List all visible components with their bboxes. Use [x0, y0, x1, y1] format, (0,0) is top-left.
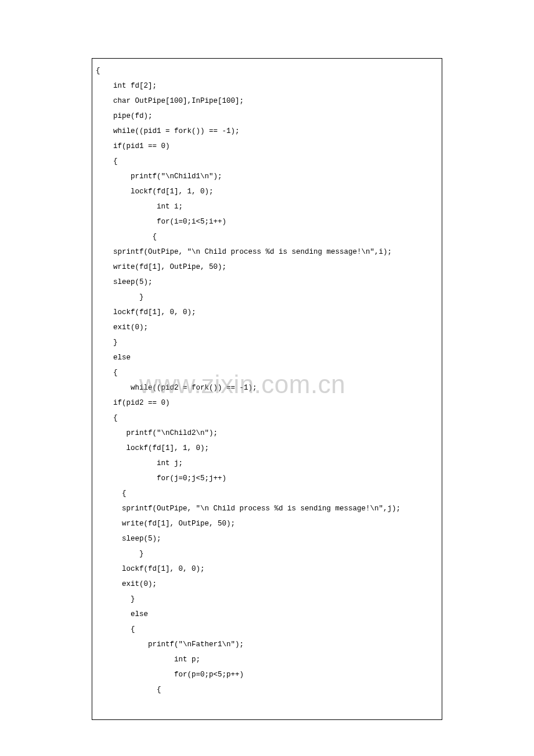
- code-line: {: [96, 682, 438, 697]
- code-line: exit(0);: [96, 577, 438, 592]
- code-line: lockf(fd[1], 0, 0);: [96, 561, 438, 577]
- code-line: {: [96, 411, 438, 426]
- code-line: lockf(fd[1], 0, 0);: [96, 305, 438, 320]
- code-line: lockf(fd[1], 1, 0);: [96, 184, 438, 199]
- code-line: }: [96, 335, 438, 350]
- code-line: sprintf(OutPipe, "\n Child process %d is…: [96, 244, 438, 260]
- code-line: printf("\nChild1\n");: [96, 169, 438, 184]
- code-line: }: [96, 290, 438, 305]
- code-line: while((pid1 = fork()) == -1);: [96, 124, 438, 139]
- code-line: }: [96, 592, 438, 607]
- code-line: {: [96, 229, 438, 244]
- code-line: int p;: [96, 652, 438, 667]
- code-line: for(i=0;i<5;i++): [96, 214, 438, 229]
- code-line: {: [96, 63, 438, 78]
- code-line: {: [96, 365, 438, 380]
- code-line: {: [96, 622, 438, 637]
- code-line: lockf(fd[1], 1, 0);: [96, 441, 438, 456]
- code-line: if(pid1 == 0): [96, 139, 438, 154]
- code-line: {: [96, 154, 438, 169]
- code-line: {: [96, 486, 438, 501]
- code-line: exit(0);: [96, 320, 438, 335]
- code-line: write(fd[1], OutPipe, 50);: [96, 516, 438, 531]
- code-line: sprintf(OutPipe, "\n Child process %d is…: [96, 501, 438, 516]
- code-line: printf("\nChild2\n");: [96, 426, 438, 441]
- code-line: int j;: [96, 456, 438, 471]
- code-line: for(j=0;j<5;j++): [96, 471, 438, 486]
- code-line: pipe(fd);: [96, 109, 438, 124]
- code-line: else: [96, 350, 438, 365]
- code-line: else: [96, 607, 438, 622]
- code-line: char OutPipe[100],InPipe[100];: [96, 93, 438, 109]
- code-line: sleep(5);: [96, 531, 438, 546]
- code-line: sleep(5);: [96, 275, 438, 290]
- code-line: }: [96, 546, 438, 561]
- code-line: for(p=0;p<5;p++): [96, 667, 438, 682]
- code-line: int i;: [96, 199, 438, 214]
- code-box: { int fd[2]; char OutPipe[100],InPipe[10…: [92, 58, 442, 720]
- code-line: if(pid2 == 0): [96, 395, 438, 411]
- code-line: printf("\nFather1\n");: [96, 637, 438, 652]
- code-line: write(fd[1], OutPipe, 50);: [96, 260, 438, 275]
- code-line: while((pid2 = fork()) == -1);: [96, 380, 438, 395]
- code-line: int fd[2];: [96, 78, 438, 93]
